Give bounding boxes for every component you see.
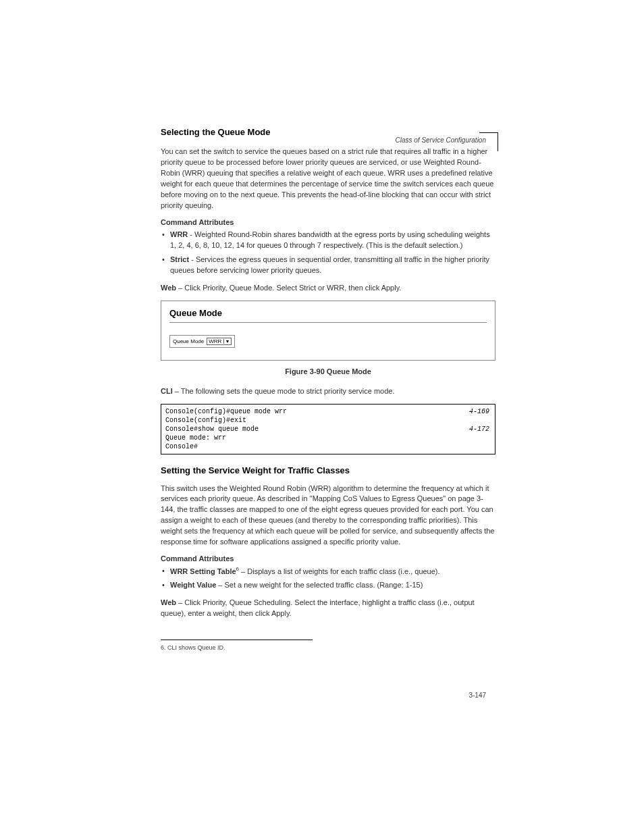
- web-label: Web: [161, 284, 176, 292]
- page-content: Selecting the Queue Mode You can set the…: [0, 0, 644, 652]
- bullet-label: Weight Value: [170, 581, 216, 589]
- figure-queue-mode-panel: Queue Mode Queue Mode WRR ▼: [161, 301, 495, 361]
- cli-text: – The following sets the queue mode to s…: [173, 387, 395, 395]
- list-item: Weight Value – Set a new weight for the …: [161, 579, 495, 591]
- section-heading-service-weight: Setting the Service Weight for Traffic C…: [161, 465, 495, 475]
- service-weight-paragraph: This switch uses the Weighted Round Robi…: [161, 484, 495, 548]
- footnote-text: 6. CLI shows Queue ID.: [161, 644, 495, 652]
- cli-line: Console#show queue mode: [165, 425, 491, 434]
- select-value: WRR: [209, 338, 221, 344]
- web-label-2: Web: [161, 598, 176, 606]
- cli-line: Queue mode: wrr: [165, 434, 491, 442]
- bullet-label: WRR: [170, 230, 188, 238]
- bullet-text: - Services the egress queues in sequenti…: [170, 255, 489, 275]
- list-item: WRR Setting Table6 – Displays a list of …: [161, 565, 495, 577]
- section-heading-queue-mode: Selecting the Queue Mode: [161, 127, 495, 137]
- attr-list: WRR - Weighted Round-Robin shares bandwi…: [161, 229, 495, 276]
- command-attributes-label: Command Attributes: [161, 218, 495, 226]
- web-instruction-2: Web – Click Priority, Queue Scheduling. …: [161, 598, 495, 619]
- bullet-text: – Displays a list of weights for each tr…: [239, 567, 440, 575]
- command-attributes-block-2: Command Attributes WRR Setting Table6 – …: [161, 554, 495, 591]
- attr-list-2: WRR Setting Table6 – Displays a list of …: [161, 565, 495, 591]
- cli-instruction: CLI – The following sets the queue mode …: [161, 386, 495, 397]
- list-item: Strict - Services the egress queues in s…: [161, 254, 495, 276]
- command-attributes-label-2: Command Attributes: [161, 554, 495, 563]
- cli-page-ref: 4-169: [469, 407, 489, 416]
- cli-line: Console#: [165, 442, 491, 451]
- bullet-text: – Set a new weight for the selected traf…: [216, 581, 423, 589]
- footnote-rule: [161, 640, 313, 640]
- queue-mode-label: Queue Mode: [173, 338, 204, 344]
- chevron-down-icon: ▼: [223, 339, 230, 344]
- figure-panel-title: Queue Mode: [169, 308, 487, 323]
- bullet-label: Strict: [170, 255, 189, 263]
- cli-output-box: 4-169 4-172 Console(config)#queue mode w…: [161, 404, 495, 454]
- cli-page-ref: 4-172: [469, 425, 489, 434]
- queue-mode-control-group: Queue Mode WRR ▼: [169, 335, 235, 348]
- cli-label: CLI: [161, 387, 173, 395]
- web-text-2: – Click Priority, Queue Scheduling. Sele…: [161, 598, 475, 617]
- intro-paragraph: You can set the switch to service the qu…: [161, 147, 495, 211]
- page-number: 3-147: [468, 692, 486, 699]
- bullet-text: - Weighted Round-Robin shares bandwidth …: [170, 230, 490, 250]
- web-text: – Click Priority, Queue Mode. Select Str…: [176, 284, 401, 292]
- figure-caption: Figure 3-90 Queue Mode: [161, 367, 495, 375]
- queue-mode-select[interactable]: WRR ▼: [207, 338, 232, 345]
- web-instruction: Web – Click Priority, Queue Mode. Select…: [161, 283, 495, 294]
- bullet-label: WRR Setting Table: [170, 567, 236, 575]
- command-attributes-block: Command Attributes WRR - Weighted Round-…: [161, 218, 495, 276]
- list-item: WRR - Weighted Round-Robin shares bandwi…: [161, 229, 495, 251]
- cli-line: Console(config)#queue mode wrr: [165, 407, 491, 416]
- cli-line: Console(config)#exit: [165, 416, 491, 425]
